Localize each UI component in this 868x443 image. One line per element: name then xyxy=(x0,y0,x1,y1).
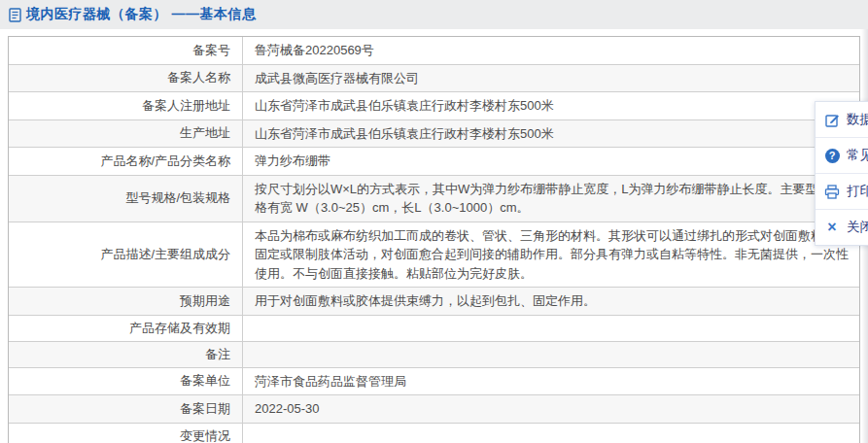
panel-item-question[interactable]: ?常见问题 xyxy=(816,138,868,174)
row-label: 备案单位 xyxy=(9,368,242,395)
row-value: 2022-05-30 xyxy=(242,395,859,423)
table-row: 备注 xyxy=(9,342,859,368)
table-row: 备案人注册地址山东省菏泽市成武县伯乐镇袁庄行政村李楼村东500米 xyxy=(9,92,859,120)
printer-icon xyxy=(824,184,840,199)
document-icon xyxy=(9,8,21,22)
row-value-text: 用于对创面敷料或胶体提供束缚力，以起到包扎、固定作用。 xyxy=(255,291,596,311)
row-value-text: 菏泽市食品药品监督管理局 xyxy=(255,372,406,392)
row-value: 弹力纱布绷带 xyxy=(242,148,859,175)
row-label: 产品存储及有效期 xyxy=(9,316,242,341)
row-value-text: 按尺寸划分以W×L的方式表示，其中W为弹力纱布绷带静止宽度，L为弹力纱布绷带静止… xyxy=(255,180,850,218)
row-label: 生产地址 xyxy=(9,120,242,148)
row-label: 变更情况 xyxy=(9,424,242,443)
row-label: 备案号 xyxy=(9,37,242,64)
row-value: 本品为棉布或麻布纺织加工而成的卷状、管状、三角形的材料。其形状可以通过绑扎的形式… xyxy=(242,222,859,288)
panel-item-label: 数据反馈 xyxy=(847,111,868,128)
row-value: 菏泽市食品药品监督管理局 xyxy=(242,368,859,395)
row-label-text: 备案日期 xyxy=(180,400,230,418)
row-value-text: 2022-05-30 xyxy=(255,399,320,419)
row-value: 鲁菏械备20220569号 xyxy=(242,37,859,64)
row-label-text: 备案号 xyxy=(192,42,230,59)
row-value: 用于对创面敷料或胶体提供束缚力，以起到包扎、固定作用。 xyxy=(242,288,859,315)
row-value-text: 山东省菏泽市成武县伯乐镇袁庄行政村李楼村东500米 xyxy=(255,96,554,116)
close-icon: × xyxy=(824,220,840,235)
row-value-text: 本品为棉布或麻布纺织加工而成的卷状、管状、三角形的材料。其形状可以通过绑扎的形式… xyxy=(255,226,850,284)
row-label: 产品名称/产品分类名称 xyxy=(9,148,242,175)
table-row: 生产地址山东省菏泽市成武县伯乐镇袁庄行政村李楼村东500米 xyxy=(9,120,859,149)
table-row: 产品描述/主要组成成分本品为棉布或麻布纺织加工而成的卷状、管状、三角形的材料。其… xyxy=(9,222,859,289)
edit-icon xyxy=(824,112,840,127)
row-value xyxy=(242,316,859,341)
row-value: 山东省菏泽市成武县伯乐镇袁庄行政村李楼村东500米 xyxy=(242,120,859,148)
row-value: 成武县微高医疗器械有限公司 xyxy=(242,65,859,92)
row-value-text: 成武县微高医疗器械有限公司 xyxy=(255,69,419,88)
table-row: 产品存储及有效期 xyxy=(9,316,859,342)
table-row: 备案号鲁菏械备20220569号 xyxy=(9,37,859,65)
row-label: 备案人注册地址 xyxy=(9,92,242,119)
row-label-text: 预期用途 xyxy=(180,292,230,310)
row-label-text: 备注 xyxy=(205,346,230,363)
row-value xyxy=(242,342,859,367)
table-row: 备案日期2022-05-30 xyxy=(9,395,859,424)
row-label-text: 备案人名称 xyxy=(167,69,230,86)
table-row: 预期用途用于对创面敷料或胶体提供束缚力，以起到包扎、固定作用。 xyxy=(9,288,859,316)
panel-item-label: 关闭页面 xyxy=(847,219,868,236)
side-panel: 数据反馈?常见问题打印页面×关闭页面 xyxy=(815,101,868,246)
info-table: 备案号鲁菏械备20220569号备案人名称成武县微高医疗器械有限公司备案人注册地… xyxy=(8,36,860,443)
row-label-text: 生产地址 xyxy=(180,124,230,142)
row-label-text: 产品描述/主要组成成分 xyxy=(100,246,230,263)
table-row: 变更情况 xyxy=(9,424,859,443)
row-label-text: 备案人注册地址 xyxy=(142,97,230,115)
table-row: 备案单位菏泽市食品药品监督管理局 xyxy=(9,368,859,396)
row-label: 型号规格/包装规格 xyxy=(9,176,242,222)
row-value-text: 鲁菏械备20220569号 xyxy=(255,41,374,60)
page-title: 境内医疗器械（备案） ——基本信息 xyxy=(26,6,256,23)
row-label: 备案日期 xyxy=(9,395,242,423)
panel-item-close[interactable]: ×关闭页面 xyxy=(816,210,868,245)
page-header: 境内医疗器械（备案） ——基本信息 xyxy=(0,0,868,29)
row-label-text: 型号规格/包装规格 xyxy=(125,189,230,207)
question-icon: ? xyxy=(824,148,840,163)
row-label-text: 产品名称/产品分类名称 xyxy=(100,153,230,170)
panel-item-edit[interactable]: 数据反馈 xyxy=(816,102,868,138)
row-label: 产品描述/主要组成成分 xyxy=(9,222,242,288)
table-row: 产品名称/产品分类名称弹力纱布绷带 xyxy=(9,148,859,176)
table-row: 备案人名称成武县微高医疗器械有限公司 xyxy=(9,65,859,93)
row-label: 备注 xyxy=(9,342,242,367)
panel-item-label: 常见问题 xyxy=(847,147,868,164)
row-label: 备案人名称 xyxy=(9,65,242,92)
row-label-text: 产品存储及有效期 xyxy=(129,320,230,337)
row-label: 预期用途 xyxy=(9,288,242,315)
row-value-text: 山东省菏泽市成武县伯乐镇袁庄行政村李楼村东500米 xyxy=(255,124,554,144)
row-value: 按尺寸划分以W×L的方式表示，其中W为弹力纱布绷带静止宽度，L为弹力纱布绷带静止… xyxy=(242,176,859,222)
panel-item-printer[interactable]: 打印页面 xyxy=(816,174,868,210)
row-label-text: 备案单位 xyxy=(180,372,230,390)
table-row: 型号规格/包装规格按尺寸划分以W×L的方式表示，其中W为弹力纱布绷带静止宽度，L… xyxy=(9,176,859,222)
row-value-text: 弹力纱布绷带 xyxy=(255,152,330,171)
row-value xyxy=(242,424,859,443)
panel-item-label: 打印页面 xyxy=(847,183,868,200)
row-label-text: 变更情况 xyxy=(180,427,230,443)
row-value: 山东省菏泽市成武县伯乐镇袁庄行政村李楼村东500米 xyxy=(242,92,859,119)
